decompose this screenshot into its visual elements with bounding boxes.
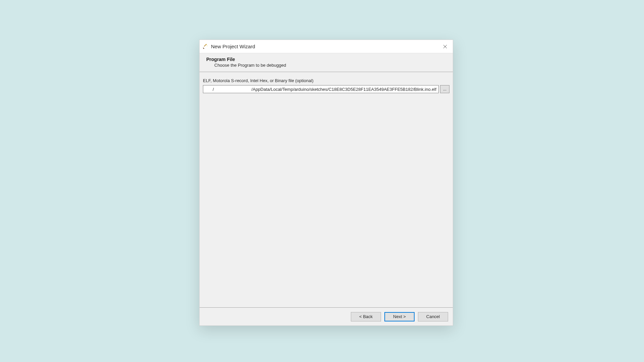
close-icon <box>443 45 447 48</box>
content-panel: ELF, Motorola S-record, Intel Hex, or Bi… <box>200 72 453 307</box>
back-button[interactable]: < Back <box>351 312 381 321</box>
svg-point-2 <box>206 45 207 45</box>
cancel-button[interactable]: Cancel <box>418 312 448 321</box>
wizard-wand-icon <box>202 44 208 50</box>
svg-rect-0 <box>203 47 204 49</box>
browse-button[interactable]: ... <box>440 85 449 93</box>
page-subtitle: Choose the Program to be debugged <box>206 63 446 68</box>
program-file-input[interactable] <box>203 85 439 93</box>
titlebar: New Project Wizard <box>200 40 453 53</box>
page-title: Program File <box>206 57 446 62</box>
window-title: New Project Wizard <box>211 44 437 49</box>
file-input-row: ... <box>203 85 449 93</box>
next-button[interactable]: Next > <box>384 312 415 321</box>
header-panel: Program File Choose the Program to be de… <box>200 53 453 72</box>
svg-point-3 <box>207 46 208 46</box>
footer: < Back Next > Cancel <box>200 307 453 325</box>
close-button[interactable] <box>437 40 453 53</box>
program-file-label: ELF, Motorola S-record, Intel Hex, or Bi… <box>203 78 449 83</box>
svg-rect-1 <box>204 44 207 47</box>
new-project-wizard-dialog: New Project Wizard Program File Choose t… <box>199 40 453 326</box>
